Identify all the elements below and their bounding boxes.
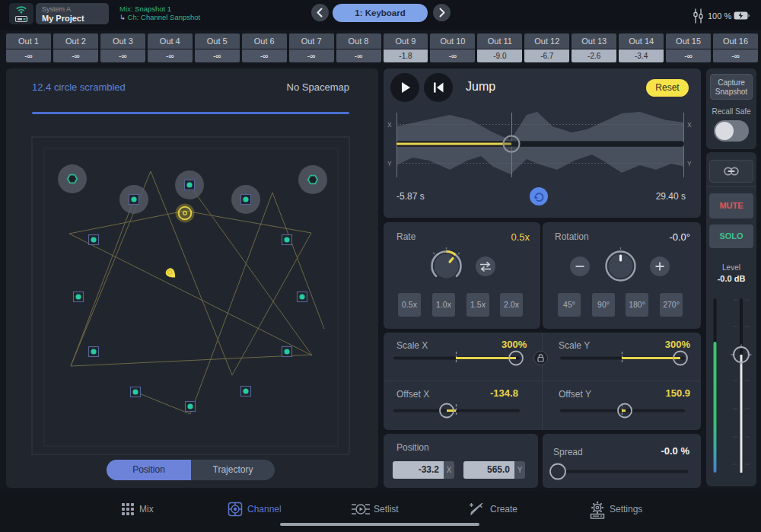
svg-text:Y: Y [387, 160, 392, 167]
svg-text:Y: Y [687, 160, 692, 167]
svg-text:X: X [387, 121, 392, 129]
svg-text:X: X [687, 121, 692, 129]
